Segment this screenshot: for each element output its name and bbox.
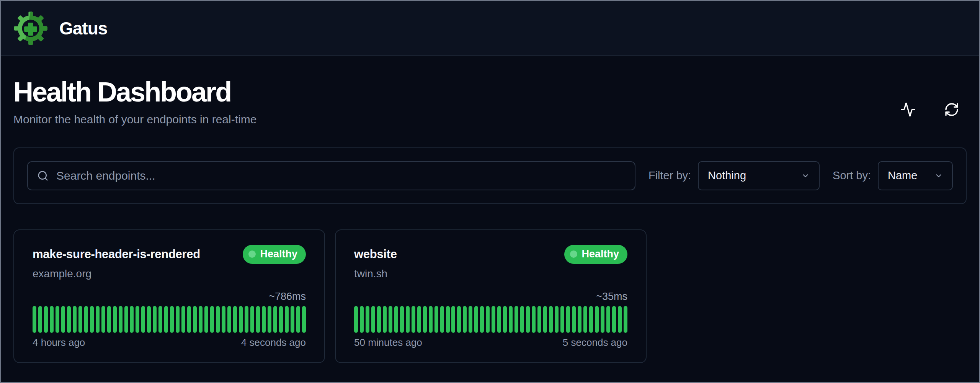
health-check-bar[interactable] [67,306,71,333]
health-check-bar[interactable] [181,306,185,333]
health-check-bar[interactable] [164,306,168,333]
health-check-bar[interactable] [233,306,237,333]
health-check-bar[interactable] [371,306,375,333]
health-check-bar[interactable] [262,306,266,333]
health-check-bar[interactable] [601,306,604,333]
health-check-bar[interactable] [555,306,559,333]
health-check-bar[interactable] [606,306,610,333]
health-check-bar[interactable] [497,306,501,333]
health-check-bar[interactable] [509,306,513,333]
health-check-bar[interactable] [245,306,248,333]
health-check-bar[interactable] [56,306,59,333]
refresh-button[interactable] [944,101,960,118]
health-check-bar[interactable] [61,306,65,333]
health-check-bar[interactable] [429,306,433,333]
health-check-bar[interactable] [96,306,100,333]
health-check-bar[interactable] [296,306,300,333]
health-check-bar[interactable] [400,306,404,333]
health-check-bar[interactable] [486,306,490,333]
sort-select[interactable]: Name [878,161,953,190]
health-check-bar[interactable] [227,306,231,333]
health-check-bar[interactable] [256,306,260,333]
health-check-bar[interactable] [141,306,145,333]
health-check-bar[interactable] [44,306,48,333]
health-check-bar[interactable] [514,306,518,333]
health-check-bar[interactable] [147,306,151,333]
health-check-bar[interactable] [480,306,484,333]
health-check-bar[interactable] [537,306,541,333]
health-check-bar[interactable] [474,306,478,333]
health-check-bar[interactable] [176,306,180,333]
health-check-bar[interactable] [463,306,467,333]
health-check-bar[interactable] [377,306,381,333]
health-check-bar[interactable] [119,306,122,333]
health-check-bar[interactable] [492,306,495,333]
health-check-bar[interactable] [520,306,524,333]
health-check-bar[interactable] [543,306,547,333]
health-check-bar[interactable] [618,306,622,333]
health-check-bar[interactable] [366,306,369,333]
health-check-bar[interactable] [612,306,616,333]
health-check-bar[interactable] [107,306,111,333]
health-check-bar[interactable] [389,306,392,333]
health-check-bar[interactable] [73,306,77,333]
brand[interactable]: Gatus [13,11,107,46]
health-check-bar[interactable] [383,306,387,333]
health-check-bar[interactable] [90,306,94,333]
health-check-bar[interactable] [434,306,438,333]
health-check-bar[interactable] [417,306,421,333]
health-check-bar[interactable] [158,306,162,333]
health-check-bar[interactable] [532,306,536,333]
health-check-bar[interactable] [136,306,139,333]
health-check-bar[interactable] [469,306,472,333]
health-check-bar[interactable] [113,306,117,333]
health-check-bar[interactable] [406,306,410,333]
health-check-bar[interactable] [285,306,289,333]
health-check-bar[interactable] [153,306,157,333]
health-check-bar[interactable] [84,306,88,333]
filter-select[interactable]: Nothing [698,161,820,190]
search-input[interactable] [56,169,626,182]
health-check-bar[interactable] [624,306,627,333]
health-check-bar[interactable] [204,306,208,333]
health-check-bar[interactable] [130,306,134,333]
health-check-bar[interactable] [273,306,277,333]
health-check-bar[interactable] [124,306,128,333]
health-check-bar[interactable] [279,306,283,333]
health-check-bar[interactable] [560,306,564,333]
health-check-bar[interactable] [440,306,444,333]
health-check-bar[interactable] [38,306,42,333]
health-check-bar[interactable] [360,306,364,333]
health-check-bar[interactable] [199,306,203,333]
health-check-bar[interactable] [503,306,507,333]
activity-toggle-button[interactable] [900,101,916,118]
health-check-bar[interactable] [78,306,82,333]
endpoint-card[interactable]: website Healthy twin.sh ~35ms 50 minutes… [335,229,647,363]
health-check-bar[interactable] [589,306,593,333]
health-check-bar[interactable] [302,306,306,333]
health-check-bar[interactable] [566,306,570,333]
search-box[interactable] [27,161,635,190]
health-check-bar[interactable] [193,306,197,333]
health-check-bar[interactable] [101,306,105,333]
health-check-bar[interactable] [583,306,587,333]
health-check-bar[interactable] [50,306,54,333]
health-check-bar[interactable] [33,306,36,333]
endpoint-card[interactable]: make-sure-header-is-rendered Healthy exa… [13,229,325,363]
health-check-bar[interactable] [595,306,599,333]
health-check-bar[interactable] [250,306,254,333]
health-check-bar[interactable] [394,306,398,333]
health-check-bar[interactable] [222,306,225,333]
health-check-bar[interactable] [239,306,243,333]
health-check-bar[interactable] [354,306,358,333]
health-check-bar[interactable] [423,306,427,333]
health-check-bar[interactable] [549,306,553,333]
health-check-bar[interactable] [578,306,581,333]
health-check-bar[interactable] [187,306,191,333]
health-check-bar[interactable] [210,306,214,333]
health-check-bar[interactable] [170,306,174,333]
health-check-bar[interactable] [291,306,294,333]
health-check-bar[interactable] [572,306,576,333]
health-check-bar[interactable] [268,306,271,333]
health-check-bar[interactable] [451,306,455,333]
